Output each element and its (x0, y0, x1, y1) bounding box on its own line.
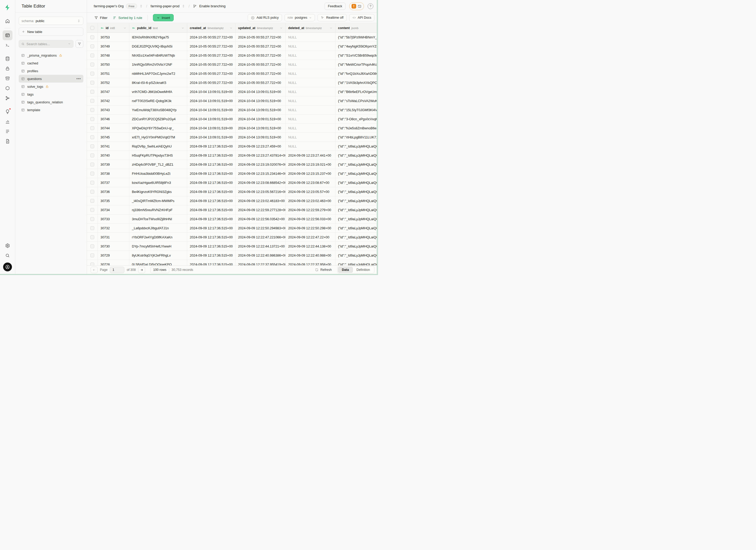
cell-deleted_at[interactable]: 2024-09-09 12:23:15.237+00 (286, 169, 335, 178)
cell-content[interactable]: {"id":"sTsWaLCPsVA2WuK2 (335, 96, 378, 105)
row-checkbox[interactable] (90, 117, 94, 121)
org-name[interactable]: farming-paper's Org (94, 4, 124, 8)
cell-created_at[interactable]: 2024-10-05 00:55:27.722+00 (187, 42, 235, 51)
row-checkbox[interactable] (90, 153, 94, 157)
column-header-deleted_at[interactable]: deleted_attimestamptz (286, 23, 335, 32)
cell-content[interactable]: {"id":"_Id9aLyJpMHQLaiQC (335, 169, 378, 178)
cell-updated_at[interactable]: 2024-09-09 12:22:37.955419+00 (235, 260, 286, 265)
cell-id[interactable]: 30732 (98, 224, 129, 232)
row-checkbox[interactable] (90, 44, 94, 48)
cell-public_id[interactable]: _La6pddxcKJIbgufATJ1n (129, 224, 187, 232)
cell-public_id[interactable]: Be4KignzoK9YRGNI3Zgks (129, 187, 187, 196)
cell-updated_at[interactable]: 2024-10-05 00:55:27.722+00 (235, 51, 286, 60)
row-checkbox[interactable] (90, 181, 94, 185)
cell-deleted_at[interactable]: 2024-09-09 12:22:40.988+00 (286, 251, 335, 260)
cell-id[interactable]: 30741 (98, 142, 129, 151)
cell-deleted_at[interactable]: NULL (286, 60, 335, 69)
cell-id[interactable]: 30739 (98, 160, 129, 169)
cell-created_at[interactable]: 2024-09-09 12:17:36.515+00 (187, 260, 235, 265)
cell-public_id[interactable]: RiqOV6p_5wihLeIAEQyhU (129, 142, 187, 151)
sidebar-table-tags[interactable]: tags (19, 90, 83, 98)
filter-button[interactable]: Filter (94, 16, 107, 20)
cell-deleted_at[interactable]: 2024-09-09 12:23:05.57+00 (286, 187, 335, 196)
cell-created_at[interactable]: 2024-10-04 13:09:01.519+00 (187, 96, 235, 105)
cell-public_id[interactable]: IEfA0sRh9hIXf62Y6ga75 (129, 33, 187, 42)
cell-deleted_at[interactable]: NULL (286, 87, 335, 96)
cell-public_id[interactable]: 8KraI-tSI-6-pSZcknaK5 (129, 78, 187, 87)
cell-content[interactable]: {"id":"_Id9aLyJpMHQLaiQC (335, 196, 378, 205)
cell-created_at[interactable]: 2024-09-09 12:17:36.515+00 (187, 187, 235, 196)
notification-pill[interactable]: ! (349, 2, 364, 10)
cell-id[interactable]: 30752 (98, 78, 129, 87)
user-avatar[interactable] (3, 263, 12, 271)
role-select[interactable]: role postgres (285, 14, 315, 21)
auth-lock-icon[interactable] (3, 64, 12, 73)
row-checkbox[interactable] (90, 53, 94, 57)
insert-button[interactable]: Insert (153, 14, 174, 21)
supabase-logo-icon[interactable] (4, 4, 11, 11)
cell-deleted_at[interactable]: NULL (286, 133, 335, 142)
cell-updated_at[interactable]: 2024-09-09 12:22:47.221066+00 (235, 233, 286, 242)
reports-icon[interactable] (3, 117, 12, 126)
table-menu-button[interactable]: ••• (76, 77, 81, 81)
cell-updated_at[interactable]: 2024-10-04 13:09:01.519+00 (235, 133, 286, 142)
cell-created_at[interactable]: 2024-10-04 13:09:01.519+00 (187, 87, 235, 96)
cell-created_at[interactable]: 2024-10-05 00:55:27.722+00 (187, 33, 235, 42)
sidebar-table-tags_questions_relation[interactable]: tags_questions_relation (19, 98, 83, 106)
cell-id[interactable]: 30733 (98, 214, 129, 223)
column-header-created_at[interactable]: created_attimestamptz (187, 23, 235, 32)
cell-id[interactable]: 30753 (98, 33, 129, 42)
cell-public_id[interactable]: nj336mN5reuRVNZrKHFpF (129, 205, 187, 214)
cell-created_at[interactable]: 2024-09-09 12:17:36.515+00 (187, 196, 235, 205)
cell-deleted_at[interactable]: 2024-09-09 12:23:08.67+00 (286, 178, 335, 187)
sql-editor-icon[interactable] (3, 40, 12, 50)
cell-deleted_at[interactable]: 2024-09-09 12:22:56.033+00 (286, 214, 335, 223)
search-tables-input[interactable]: Search tables... (19, 40, 73, 48)
cell-content[interactable]: {"id":"fvrQ1bXoJ6XaAD08G (335, 69, 378, 78)
cell-created_at[interactable]: 2024-10-04 13:09:01.519+00 (187, 105, 235, 114)
cell-updated_at[interactable]: 2024-09-09 12:22:59.277128+00 (235, 205, 286, 214)
cell-created_at[interactable]: 2024-09-09 12:17:36.515+00 (187, 178, 235, 187)
cell-content[interactable]: {"id":"MeWCriorTPopA4Kc9 (335, 60, 378, 69)
cell-content[interactable]: {"id":"_Id9aLyJpMHQLaiQC (335, 205, 378, 214)
enable-branching[interactable]: Enable branching (199, 4, 225, 8)
column-header-id[interactable]: idint8 (98, 23, 129, 32)
cell-public_id[interactable]: 0L5BAfDaLDl5rQOiqeKPO (129, 260, 187, 265)
cell-id[interactable]: 30734 (98, 205, 129, 214)
home-icon[interactable] (3, 16, 12, 26)
schema-select[interactable]: schema: public (19, 17, 83, 25)
row-checkbox[interactable] (90, 108, 94, 112)
cell-content[interactable]: {"id":"5b7j5Pz9WHBNmY_A (335, 33, 378, 42)
rows-per-page-button[interactable]: 100 rows (150, 267, 169, 273)
plan-badge[interactable]: Free (126, 4, 137, 9)
cell-content[interactable]: {"id":"1VASb3phnXXkQPCpv (335, 78, 378, 87)
cell-content[interactable]: {"id":"NJe5s8ZmBwnoB6e3s (335, 124, 378, 132)
realtime-icon[interactable] (3, 93, 12, 103)
cell-content[interactable]: {"id":"B6tr6eEFLrOVgeUmH (335, 87, 378, 96)
project-switch-icon[interactable] (182, 4, 185, 8)
sidebar-table-solve_logs[interactable]: solve_logs (19, 83, 83, 90)
cell-updated_at[interactable]: 2024-10-04 13:09:01.519+00 (235, 124, 286, 132)
cell-content[interactable]: {"id":"4wyNgK55lOfrpmYZc (335, 42, 378, 51)
prev-page-button[interactable] (91, 267, 98, 273)
sort-button[interactable]: Sorted by 1 rule (113, 16, 142, 20)
row-checkbox[interactable] (90, 217, 94, 221)
cell-created_at[interactable]: 2024-10-04 13:09:01.519+00 (187, 133, 235, 142)
sidebar-table-template[interactable]: template (19, 106, 83, 114)
cell-created_at[interactable]: 2024-09-09 12:17:36.515+00 (187, 224, 235, 232)
cell-deleted_at[interactable]: 2024-09-09 12:22:44.138+00 (286, 242, 335, 251)
cell-public_id[interactable]: vrIh7CMD-JtM1bOweMHfA (129, 87, 187, 96)
cell-updated_at[interactable]: 2024-09-09 12:22:44.13721+00 (235, 242, 286, 251)
cell-content[interactable]: {"id":"_Id9aLyJpMHQLaiQC (335, 151, 378, 160)
cell-public_id[interactable]: YwEmuWdqT38XoSB048QYp (129, 105, 187, 114)
cell-id[interactable]: 30743 (98, 105, 129, 114)
org-switch-icon[interactable] (139, 4, 143, 8)
cell-updated_at[interactable]: 2024-10-05 00:55:27.722+00 (235, 78, 286, 87)
cell-deleted_at[interactable]: NULL (286, 51, 335, 60)
api-docs-icon[interactable] (3, 136, 12, 146)
cell-public_id[interactable]: DGEJfJZPQUV9Q-IBqsNSi (129, 42, 187, 51)
cell-id[interactable]: 30746 (98, 115, 129, 123)
edge-functions-icon[interactable] (3, 83, 12, 93)
cell-updated_at[interactable]: 2024-10-05 00:55:27.722+00 (235, 69, 286, 78)
cell-content[interactable]: {"id":"_Id9aLyJpMHQLaiQC (335, 242, 378, 251)
